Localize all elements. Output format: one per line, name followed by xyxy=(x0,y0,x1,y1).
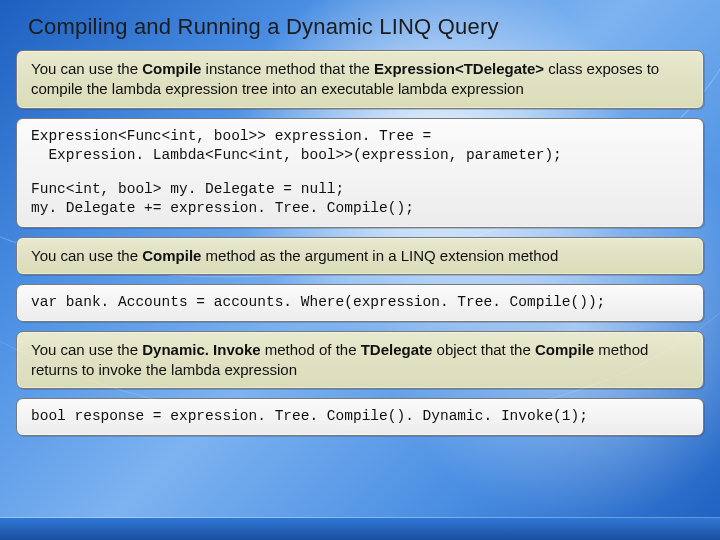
code-blank-line xyxy=(31,166,689,180)
text: method as the argument in a LINQ extensi… xyxy=(201,247,558,264)
text: You can use the xyxy=(31,247,142,264)
slide: Compiling and Running a Dynamic LINQ Que… xyxy=(0,0,720,540)
footer-bar xyxy=(0,518,720,540)
code-line: Expression<Func<int, bool>> expression. … xyxy=(31,127,689,147)
bold-compile: Compile xyxy=(142,60,201,77)
text: You can use the xyxy=(31,60,142,77)
text: instance method that the xyxy=(201,60,374,77)
bold-tdelegate: TDelegate xyxy=(361,341,433,358)
text: method of the xyxy=(261,341,361,358)
text: method returns to invoke the lambda expr… xyxy=(31,341,648,378)
text: object that the xyxy=(432,341,535,358)
code-block-3: bool response = expression. Tree. Compil… xyxy=(16,398,704,436)
code-block-2: var bank. Accounts = accounts. Where(exp… xyxy=(16,284,704,322)
bold-compile: Compile xyxy=(142,247,201,264)
desc-block-2: You can use the Compile method as the ar… xyxy=(16,237,704,275)
code-line: Func<int, bool> my. Delegate = null; xyxy=(31,180,689,200)
text: class exposes to compile the lambda expr… xyxy=(31,60,659,97)
code-line: my. Delegate += expression. Tree. Compil… xyxy=(31,199,689,219)
text: You can use the xyxy=(31,341,142,358)
bold-dynamic-invoke: Dynamic. Invoke xyxy=(142,341,260,358)
code-block-1: Expression<Func<int, bool>> expression. … xyxy=(16,118,704,228)
slide-title: Compiling and Running a Dynamic LINQ Que… xyxy=(28,14,704,40)
code-line: var bank. Accounts = accounts. Where(exp… xyxy=(31,293,689,313)
desc-block-3: You can use the Dynamic. Invoke method o… xyxy=(16,331,704,390)
code-line: Expression. Lambda<Func<int, bool>>(expr… xyxy=(31,146,689,166)
bold-compile: Compile xyxy=(535,341,594,358)
desc-block-1: You can use the Compile instance method … xyxy=(16,50,704,109)
code-line: bool response = expression. Tree. Compil… xyxy=(31,407,689,427)
bold-expression-tdelegate: Expression<TDelegate> xyxy=(374,60,544,77)
